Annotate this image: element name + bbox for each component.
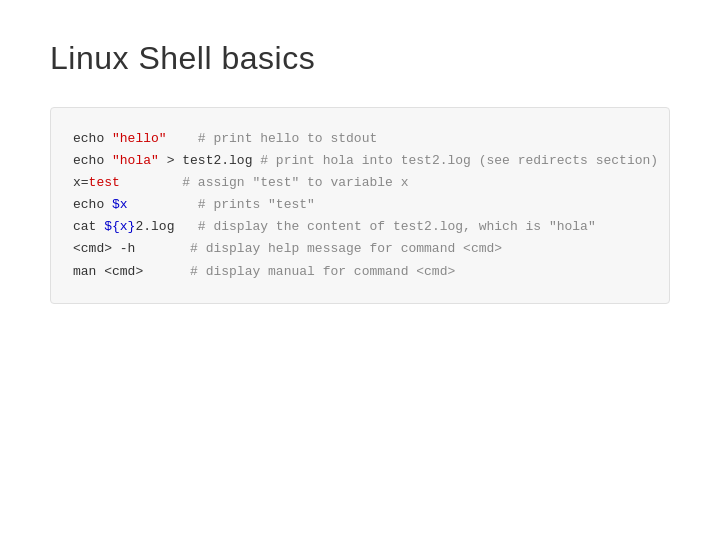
code-line-2: echo "hola" > test2.log # print hola int… (73, 150, 647, 172)
code-comment: # assign "test" to variable x (120, 172, 409, 194)
code-line-3: x=test # assign "test" to variable x (73, 172, 647, 194)
code-cmd: man <cmd> (73, 261, 143, 283)
code-str: "hello" (112, 128, 167, 150)
code-cmd: cat (73, 216, 104, 238)
slide-title: Linux Shell basics (50, 40, 670, 77)
code-cmd: echo (73, 150, 112, 172)
code-comment: # display help message for command <cmd> (135, 238, 502, 260)
code-redirect: > (159, 150, 182, 172)
code-varname: test (89, 172, 120, 194)
code-block: echo "hello" # print hello to stdout ech… (50, 107, 670, 304)
code-comment: # print hola into test2.log (see redirec… (252, 150, 658, 172)
code-comment: # prints "test" (128, 194, 315, 216)
slide: Linux Shell basics echo "hello" # print … (0, 0, 720, 540)
code-comment: # display manual for command <cmd> (143, 261, 455, 283)
code-line-1: echo "hello" # print hello to stdout (73, 128, 647, 150)
code-comment: # display the content of test2.log, whic… (174, 216, 595, 238)
code-cmd: 2.log (135, 216, 174, 238)
code-cmd: test2.log (182, 150, 252, 172)
code-str: "hola" (112, 150, 159, 172)
code-line-6: <cmd> -h # display help message for comm… (73, 238, 647, 260)
code-cmd: <cmd> -h (73, 238, 135, 260)
code-cmd: x= (73, 172, 89, 194)
code-comment: # print hello to stdout (167, 128, 378, 150)
code-line-5: cat ${x}2.log # display the content of t… (73, 216, 647, 238)
code-line-4: echo $x # prints "test" (73, 194, 647, 216)
code-cmd: echo (73, 194, 112, 216)
code-cmd: echo (73, 128, 112, 150)
code-line-7: man <cmd> # display manual for command <… (73, 261, 647, 283)
code-varref: $x (112, 194, 128, 216)
code-varref: ${x} (104, 216, 135, 238)
